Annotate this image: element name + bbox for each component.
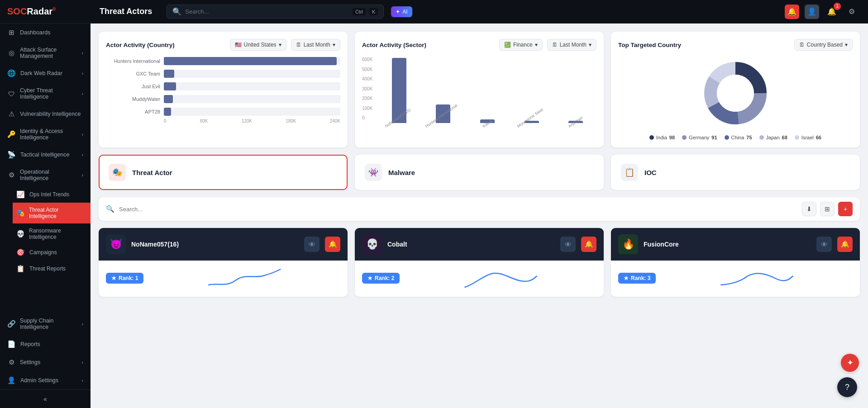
sidebar-item-identity-access[interactable]: 🔑 Identity & Access Intelligence ›	[0, 123, 91, 146]
topbar-actions: 🔔 👤 🔔 1 ⚙	[785, 5, 859, 19]
sidebar-item-label: Reports	[20, 341, 40, 347]
col-bar-wrap: AridViper	[555, 57, 596, 129]
sidebar-item-label: Cyber Threat Intelligence	[20, 87, 77, 100]
actor-card: 😈 NoName057(16) 👁 🔔 ★ Rank: 1	[99, 228, 348, 297]
legend-count: 75	[746, 135, 752, 140]
chevron-icon: ›	[82, 132, 83, 137]
bar-track	[164, 108, 340, 116]
tab-malware[interactable]: 👾 Malware	[355, 155, 604, 190]
sidebar-collapse-button[interactable]: «	[0, 389, 91, 408]
actor-bell-button[interactable]: 🔔	[581, 237, 596, 252]
actor-eye-button[interactable]: 👁	[304, 237, 320, 252]
legend-dot	[759, 135, 764, 140]
calendar-icon: 🗓	[552, 42, 558, 48]
notification-icon[interactable]: 🔔 1	[825, 5, 839, 19]
bar-chart-content: Hunters International GXC Team Just Evil…	[106, 57, 340, 116]
logo[interactable]: SOCRadar®	[0, 0, 91, 24]
legend-count: 68	[782, 135, 787, 140]
sidebar-item-settings[interactable]: ⚙ Settings ›	[0, 353, 91, 371]
time-filter-label: Last Month	[304, 42, 330, 48]
actor-bell-button[interactable]: 🔔	[325, 237, 340, 252]
bar-track	[164, 70, 340, 78]
tab-ioc[interactable]: 📋 IOC	[611, 155, 860, 190]
donut-filter-button[interactable]: 🗓 Country Based ▾	[794, 39, 853, 51]
grid-view-button[interactable]: ⊞	[820, 202, 835, 216]
y-axis-label: 300K	[362, 86, 377, 91]
content-search-bar: 🔍 ⬇ ⊞ +	[99, 197, 860, 221]
alarm-icon[interactable]: 🔔	[785, 5, 799, 19]
chevron-down-icon: ▾	[845, 42, 848, 48]
chart-title-donut: Top Targeted Country	[618, 42, 790, 48]
sidebar-item-tactical[interactable]: 📡 Tactical Intelligence ›	[0, 146, 91, 164]
axis-label: 60K	[200, 119, 208, 123]
actor-name: FusionCore	[644, 241, 811, 248]
supply-chain-icon: 🔗	[7, 320, 15, 328]
y-axis-label: 500K	[362, 67, 377, 72]
rank-label: Rank: 3	[631, 275, 650, 281]
settings-gear-icon[interactable]: ⚙	[844, 5, 859, 19]
topbar: Threat Actors 🔍 Ctrl K ✦ AI 🔔 👤 🔔 1 ⚙	[91, 0, 868, 24]
bar-track	[164, 82, 340, 90]
sidebar-item-ransomware[interactable]: 💀 Ransomware Intelligence	[13, 223, 91, 244]
actor-card-header: 💀 Cobalt 👁 🔔	[355, 228, 604, 261]
actor-card: 💀 Cobalt 👁 🔔 ★ Rank: 2	[355, 228, 604, 297]
ai-button[interactable]: ✦ AI	[391, 6, 412, 17]
tactical-icon: 📡	[7, 151, 16, 159]
chevron-down-icon: ▾	[535, 42, 538, 48]
chevron-icon: ›	[82, 71, 83, 76]
download-button[interactable]: ⬇	[802, 202, 816, 216]
operational-icon: ⚙	[7, 171, 15, 179]
add-button[interactable]: +	[838, 202, 853, 216]
sidebar-item-reports[interactable]: 📄 Reports	[0, 335, 91, 353]
col-bar-wrap: NoName057(16)	[378, 57, 420, 129]
reports-icon: 📄	[7, 340, 16, 348]
sidebar-item-admin-settings[interactable]: 👤 Admin Settings ›	[0, 371, 91, 389]
sidebar-item-vulnerability[interactable]: ⚠ Vulnerability Intelligence	[0, 105, 91, 123]
sector-filter-button[interactable]: 💹 Finance ▾	[499, 39, 543, 51]
tab-threat-actor[interactable]: 🎭 Threat Actor	[99, 155, 348, 190]
actor-bell-button[interactable]: 🔔	[837, 237, 853, 252]
sidebar-item-threat-actor-intelligence[interactable]: 🎭 Threat Actor Intelligence	[13, 203, 91, 223]
country-filter-button[interactable]: 🇺🇸 United States ▾	[230, 39, 286, 51]
legend-dot	[725, 135, 729, 140]
search-input[interactable]	[185, 5, 349, 18]
legend-label: India	[656, 135, 667, 140]
actor-avatar: 😈	[106, 234, 126, 254]
sidebar-item-operational[interactable]: ⚙ Operational Intelligence ›	[0, 164, 91, 186]
sidebar-item-cyber-threat[interactable]: 🛡 Cyber Threat Intelligence ›	[0, 82, 91, 105]
actor-eye-button[interactable]: 👁	[816, 237, 832, 252]
sidebar-item-ops-intel-trends[interactable]: 📈 Ops Intel Trends	[13, 186, 91, 203]
sidebar-item-dashboards[interactable]: ⊞ Dashboards	[0, 24, 91, 42]
campaigns-icon: 🎯	[16, 248, 25, 256]
actor-card-body: ★ Rank: 2	[355, 261, 604, 297]
topbar-search[interactable]: 🔍 Ctrl K	[167, 5, 384, 19]
threat-actor-tab-icon: 🎭	[109, 164, 126, 181]
bar-fill	[164, 108, 171, 116]
legend-item: Japan 68	[759, 135, 787, 140]
sidebar-item-campaigns[interactable]: 🎯 Campaigns	[13, 244, 91, 261]
bar-fill	[164, 82, 176, 90]
col-bar-wrap: Moonstone Sleet	[511, 57, 553, 129]
svg-point-5	[717, 75, 754, 112]
sidebar-item-attack-surface[interactable]: ◎ Attack Surface Management ›	[0, 42, 91, 64]
sidebar-item-threat-reports[interactable]: 📋 Threat Reports	[13, 261, 91, 277]
y-axis-label: 100K	[362, 106, 377, 111]
bar-track	[164, 95, 340, 103]
bar-fill	[164, 95, 173, 103]
user-avatar-placeholder[interactable]: 👤	[805, 5, 819, 19]
content-search-input[interactable]	[119, 206, 797, 213]
time-filter-button-sector[interactable]: 🗓 Last Month ▾	[547, 39, 596, 51]
axis-label: 120K	[242, 119, 252, 123]
sidebar-item-supply-chain[interactable]: 🔗 Supply Chain Intelligence ›	[0, 313, 91, 335]
chart-header-sector: Actor Activity (Sector) 💹 Finance ▾ 🗓 La…	[362, 39, 596, 51]
vulnerability-icon: ⚠	[7, 110, 15, 118]
sidebar-item-label: Admin Settings	[20, 377, 58, 384]
actor-eye-button[interactable]: 👁	[560, 237, 576, 252]
help-button[interactable]: ?	[837, 377, 857, 397]
time-filter-button-country[interactable]: 🗓 Last Month ▾	[291, 39, 340, 51]
star-icon: ★	[111, 275, 116, 281]
bar-label: Just Evil	[106, 84, 160, 89]
col-y-axis: 600K 500K 400K 300K 200K 100K 0	[362, 57, 377, 120]
floating-action-button[interactable]: ✦	[841, 354, 859, 372]
sidebar-item-dark-web[interactable]: 🌐 Dark Web Radar ›	[0, 64, 91, 82]
